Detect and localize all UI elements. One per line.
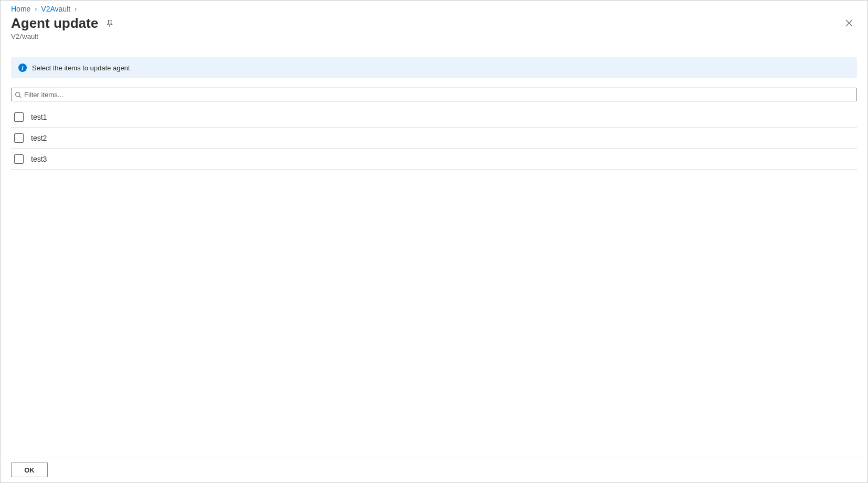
footer: OK (1, 457, 867, 482)
chevron-right-icon: › (75, 5, 77, 13)
filter-input-wrap[interactable] (11, 88, 857, 101)
checkbox[interactable] (14, 112, 24, 122)
list-item[interactable]: test1 (11, 107, 857, 128)
list-item-label: test3 (31, 155, 47, 163)
list-item[interactable]: test2 (11, 128, 857, 149)
page-title: Agent update (11, 15, 98, 32)
list-item[interactable]: test3 (11, 149, 857, 170)
checkbox[interactable] (14, 154, 24, 164)
pin-icon[interactable] (106, 19, 114, 28)
info-icon: i (18, 64, 27, 72)
breadcrumb: Home › V2Avault › (1, 1, 867, 15)
close-button[interactable] (841, 15, 857, 31)
checkbox[interactable] (14, 133, 24, 143)
info-message: Select the items to update agent (32, 64, 130, 72)
list-item-label: test1 (31, 113, 47, 121)
list-item-label: test2 (31, 134, 47, 142)
page-header: Agent update V2Avault (1, 15, 867, 43)
item-list: test1 test2 test3 (11, 107, 857, 457)
filter-input[interactable] (12, 88, 856, 101)
breadcrumb-link-vault[interactable]: V2Avault (41, 5, 70, 13)
info-bar: i Select the items to update agent (11, 57, 857, 78)
ok-button[interactable]: OK (11, 463, 48, 477)
breadcrumb-link-home[interactable]: Home (11, 5, 30, 13)
page-subtitle: V2Avault (11, 33, 114, 40)
chevron-right-icon: › (35, 5, 37, 13)
